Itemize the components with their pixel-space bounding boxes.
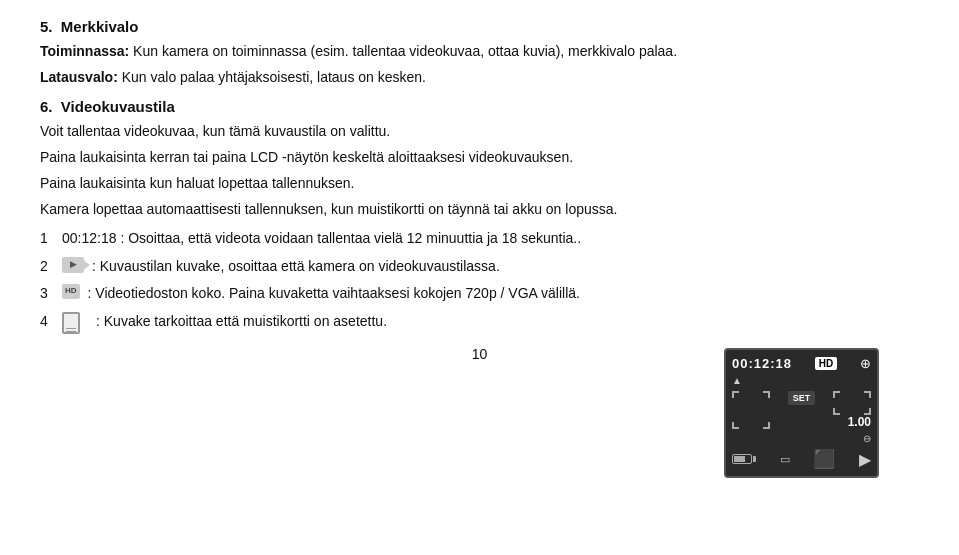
corner-br [763,422,770,429]
corner-bl [732,422,739,429]
corner-tl-r [833,391,840,398]
lcd-right-col: 1.00 [833,391,871,429]
section-title: Merkkivalo [61,18,139,35]
item3-text: : Videotiedoston koko. Paina kuvaketta v… [88,283,749,305]
lcd-ratio: 1.00 [848,415,871,429]
focus-top-right [833,391,871,398]
toiminnassa-text: Kun kamera on toiminnassa (esim. tallent… [129,43,677,59]
list-item-2: 2 ▶ : Kuvaustilan kuvake, osoittaa että … [40,256,749,278]
battery-body [732,454,752,464]
corner-tr [763,391,770,398]
list-item-4: 4 : Kuvake tarkoittaa että muistikortti … [40,311,749,334]
item2-num: 2 [40,256,62,278]
battery-tip [753,456,756,462]
section6-text2: Paina laukaisinta kerran tai paina LCD -… [40,147,749,168]
record-icon: ⬛ [813,448,835,470]
numbered-items: 1 00:12:18 : Osoittaa, että videota void… [40,228,749,334]
latausvalo-text: Kun valo palaa yhtäjaksoisesti, lataus o… [118,69,426,85]
latausvalo-label: Latausvalo: [40,69,118,85]
lcd-mid-row: SET 1.00 [732,388,871,431]
lcd-bottom-row: ▭ ⬛ ▶ [732,448,871,470]
item1-text: 00:12:18 : Osoittaa, että videota voidaa… [62,228,749,250]
corner-tr-r [864,391,871,398]
hd-icon: HD [62,284,80,298]
scroll-up-icon: ▲ [732,375,742,386]
lcd-center-col: SET [788,391,816,429]
focus-corners-left [732,391,770,429]
section6-text3: Paina laukaisinta kun haluat lopettaa ta… [40,173,749,194]
lcd-timecode: 00:12:18 [732,356,792,371]
focus-bot-left [732,422,770,429]
item1-num: 1 [40,228,62,250]
paragraph-latausvalo: Latausvalo: Kun valo palaa yhtäjaksoises… [40,67,749,88]
lcd-top-row: 00:12:18 HD ⊕ [732,356,871,371]
section6-text4-content: Kamera lopettaa automaattisesti tallennu… [40,201,617,217]
content-left: 5. Merkkivalo Toiminnassa: Kun kamera on… [40,18,919,334]
zoom-out-icon: ⊖ [863,433,871,444]
battery-fill [734,456,745,462]
card-icon [62,312,80,334]
play-icon: ▶ [859,450,871,469]
lcd-hd-badge: HD [815,357,837,370]
memory-card-icon: ▭ [780,453,790,466]
video-mode-icon: ▶ [62,257,84,273]
section6-text1-content: Voit tallentaa videokuvaa, kun tämä kuva… [40,123,390,139]
list-item-3: 3 HD : Videotiedoston koko. Paina kuvake… [40,283,749,305]
corner-bl-r [833,408,840,415]
lcd-set-button: SET [788,391,816,405]
section6-text1: Voit tallentaa videokuvaa, kun tämä kuva… [40,121,749,142]
section6-number: 6. [40,98,53,115]
section-5-heading: 5. Merkkivalo [40,18,749,35]
item2-text: : Kuvaustilan kuvake, osoittaa että kame… [92,256,749,278]
focus-top-left [732,391,770,398]
section6-title: Videokuvaustila [61,98,175,115]
zoom-in-icon: ⊕ [860,356,871,371]
item4-text: : Kuvake tarkoittaa että muistikortti on… [96,311,749,333]
item4-num: 4 [40,311,62,333]
scroll-up-row: ▲ [732,375,871,386]
corner-br-r [864,408,871,415]
focus-bot-right [833,408,871,415]
corner-tl [732,391,739,398]
camera-lcd: 00:12:18 HD ⊕ ▲ SET [724,348,879,478]
section-number: 5. [40,18,53,35]
scroll-down-row: ⊖ [732,433,871,444]
section-6-heading: 6. Videokuvaustila [40,98,749,115]
list-item-1: 1 00:12:18 : Osoittaa, että videota void… [40,228,749,250]
paragraph-toiminnassa: Toiminnassa: Kun kamera on toiminnassa (… [40,41,749,62]
section6-text4: Kamera lopettaa automaattisesti tallennu… [40,199,749,220]
section6-text3-content: Paina laukaisinta kun haluat lopettaa ta… [40,175,354,191]
focus-corners-right [833,391,871,415]
item3-num: 3 [40,283,62,305]
section6-text2-content: Paina laukaisinta kerran tai paina LCD -… [40,149,573,165]
battery-indicator [732,454,756,464]
toiminnassa-label: Toiminnassa: [40,43,129,59]
main-content: 5. Merkkivalo Toiminnassa: Kun kamera on… [40,18,919,362]
